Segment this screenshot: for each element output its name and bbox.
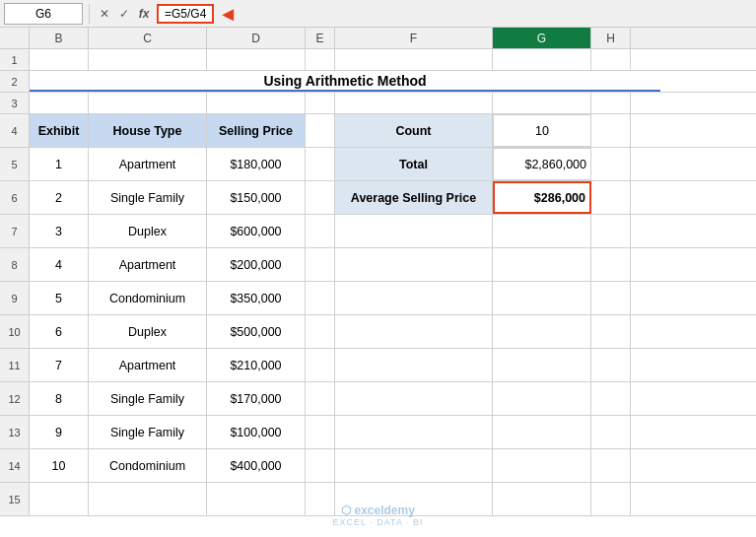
- cell-f13[interactable]: [335, 416, 493, 448]
- cell-c3[interactable]: [89, 93, 207, 113]
- cell-h4[interactable]: [591, 114, 631, 147]
- cell-e9[interactable]: [306, 282, 335, 314]
- cell-d6[interactable]: $150,000: [207, 181, 306, 214]
- cell-h11[interactable]: [591, 349, 631, 381]
- cell-b15[interactable]: [30, 483, 89, 515]
- cell-f12[interactable]: [335, 382, 493, 415]
- cell-h6[interactable]: [591, 181, 631, 214]
- cell-c7[interactable]: Duplex: [89, 215, 207, 247]
- cell-h8[interactable]: [591, 248, 631, 281]
- cell-b6[interactable]: 2: [30, 181, 89, 214]
- cell-f4[interactable]: Count: [335, 114, 493, 147]
- cell-h15[interactable]: [591, 483, 631, 515]
- cell-c10[interactable]: Duplex: [89, 315, 207, 348]
- cell-d13[interactable]: $100,000: [207, 416, 306, 448]
- cell-b13[interactable]: 9: [30, 416, 89, 448]
- cell-b8[interactable]: 4: [30, 248, 89, 281]
- confirm-formula-icon[interactable]: ✓: [115, 5, 133, 23]
- col-header-f[interactable]: F: [335, 28, 493, 48]
- cell-g4[interactable]: 10: [493, 114, 591, 147]
- col-header-g[interactable]: G: [493, 28, 591, 48]
- cell-c12[interactable]: Single Family: [89, 382, 207, 415]
- cell-g12[interactable]: [493, 382, 591, 415]
- cell-h5[interactable]: [591, 148, 631, 180]
- cell-e10[interactable]: [306, 315, 335, 348]
- cell-e3[interactable]: [306, 93, 335, 113]
- cell-h10[interactable]: [591, 315, 631, 348]
- cell-b3[interactable]: [30, 93, 89, 113]
- col-header-c[interactable]: C: [89, 28, 207, 48]
- cell-c4[interactable]: House Type: [89, 114, 207, 147]
- cell-g9[interactable]: [493, 282, 591, 314]
- cell-h12[interactable]: [591, 382, 631, 415]
- cell-f1[interactable]: [335, 49, 493, 70]
- cell-b1[interactable]: [30, 49, 89, 70]
- cell-f11[interactable]: [335, 349, 493, 381]
- cell-g15[interactable]: [493, 483, 591, 515]
- cell-e13[interactable]: [306, 416, 335, 448]
- cell-b14[interactable]: 10: [30, 449, 89, 482]
- cell-f3[interactable]: [335, 93, 493, 113]
- cell-e15[interactable]: [306, 483, 335, 515]
- cell-d14[interactable]: $400,000: [207, 449, 306, 482]
- cell-d11[interactable]: $210,000: [207, 349, 306, 381]
- cell-h14[interactable]: [591, 449, 631, 482]
- cell-g8[interactable]: [493, 248, 591, 281]
- cell-g13[interactable]: [493, 416, 591, 448]
- cell-g6[interactable]: $286,000: [493, 181, 591, 214]
- cell-e11[interactable]: [306, 349, 335, 381]
- cell-d12[interactable]: $170,000: [207, 382, 306, 415]
- cell-g5[interactable]: $2,860,000: [493, 148, 591, 180]
- cell-b12[interactable]: 8: [30, 382, 89, 415]
- cell-c8[interactable]: Apartment: [89, 248, 207, 281]
- cell-e4[interactable]: [306, 114, 335, 147]
- cell-f8[interactable]: [335, 248, 493, 281]
- cell-d7[interactable]: $600,000: [207, 215, 306, 247]
- cell-e7[interactable]: [306, 215, 335, 247]
- cell-f5[interactable]: Total: [335, 148, 493, 180]
- cell-d3[interactable]: [207, 93, 306, 113]
- cell-b11[interactable]: 7: [30, 349, 89, 381]
- cell-c11[interactable]: Apartment: [89, 349, 207, 381]
- cell-e12[interactable]: [306, 382, 335, 415]
- cell-f6[interactable]: Average Selling Price: [335, 181, 493, 214]
- cell-d4[interactable]: Selling Price: [207, 114, 306, 147]
- cell-g7[interactable]: [493, 215, 591, 247]
- col-header-h[interactable]: H: [591, 28, 631, 48]
- cell-b9[interactable]: 5: [30, 282, 89, 314]
- cell-c14[interactable]: Condominium: [89, 449, 207, 482]
- cell-c13[interactable]: Single Family: [89, 416, 207, 448]
- cell-c15[interactable]: [89, 483, 207, 515]
- insert-function-icon[interactable]: fx: [135, 5, 153, 23]
- cancel-formula-icon[interactable]: ✕: [96, 5, 113, 23]
- cell-c5[interactable]: Apartment: [89, 148, 207, 180]
- cell-d8[interactable]: $200,000: [207, 248, 306, 281]
- cell-e8[interactable]: [306, 248, 335, 281]
- cell-h7[interactable]: [591, 215, 631, 247]
- cell-h9[interactable]: [591, 282, 631, 314]
- cell-h1[interactable]: [591, 49, 631, 70]
- cell-g3[interactable]: [493, 93, 591, 113]
- cell-d10[interactable]: $500,000: [207, 315, 306, 348]
- cell-e5[interactable]: [306, 148, 335, 180]
- cell-f10[interactable]: [335, 315, 493, 348]
- cell-d5[interactable]: $180,000: [207, 148, 306, 180]
- cell-e14[interactable]: [306, 449, 335, 482]
- cell-b5[interactable]: 1: [30, 148, 89, 180]
- cell-g1[interactable]: [493, 49, 591, 70]
- cell-c1[interactable]: [89, 49, 207, 70]
- cell-d9[interactable]: $350,000: [207, 282, 306, 314]
- cell-g11[interactable]: [493, 349, 591, 381]
- cell-g14[interactable]: [493, 449, 591, 482]
- cell-h13[interactable]: [591, 416, 631, 448]
- cell-b4[interactable]: Exhibit: [30, 114, 89, 147]
- cell-e6[interactable]: [306, 181, 335, 214]
- cell-b7[interactable]: 3: [30, 215, 89, 247]
- col-header-e[interactable]: E: [306, 28, 335, 48]
- col-header-b[interactable]: B: [30, 28, 89, 48]
- cell-reference-box[interactable]: G6: [4, 3, 83, 25]
- col-header-d[interactable]: D: [207, 28, 306, 48]
- cell-b10[interactable]: 6: [30, 315, 89, 348]
- cell-c6[interactable]: Single Family: [89, 181, 207, 214]
- cell-f15[interactable]: [335, 483, 493, 515]
